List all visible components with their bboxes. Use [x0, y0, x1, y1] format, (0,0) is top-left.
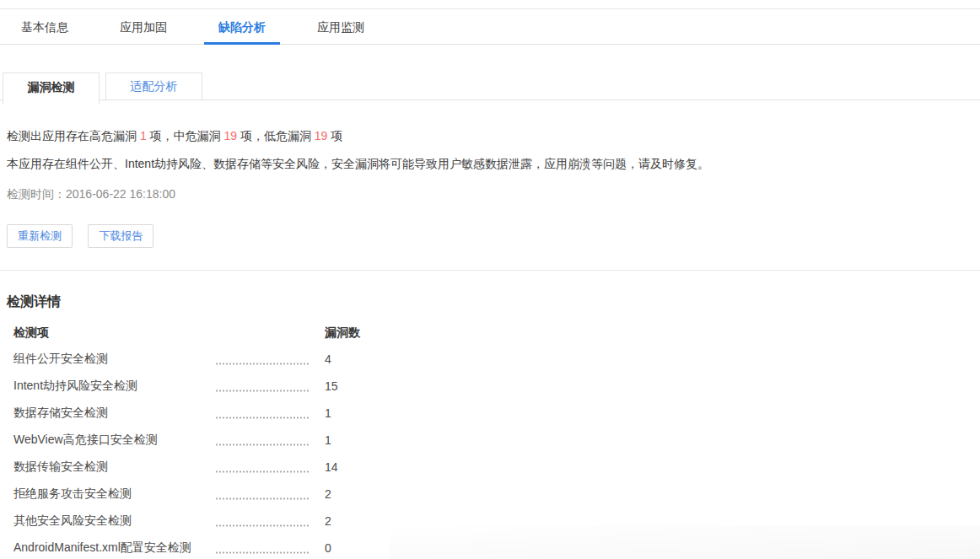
- table-row: Intent劫持风险安全检测 15: [7, 373, 980, 400]
- detection-item-name: Intent劫持风险安全检测: [13, 379, 215, 394]
- dotted-leader: [215, 551, 310, 554]
- column-header-item: 检测项: [13, 325, 325, 341]
- tab-app-monitoring[interactable]: 应用监测: [317, 9, 364, 44]
- table-row: 数据存储安全检测 1: [7, 400, 980, 427]
- subtab-vulnerability-detection[interactable]: 漏洞检测: [3, 73, 100, 105]
- medium-risk-count: 19: [223, 129, 237, 142]
- summary-counts-line: 检测出应用存在高危漏洞 1 项，中危漏洞 19 项，低危漏洞 19 项: [7, 128, 980, 143]
- action-button-row: 重新检测 下载报告: [0, 224, 980, 248]
- vulnerability-count: 2: [325, 514, 331, 528]
- recheck-button[interactable]: 重新检测: [7, 224, 73, 248]
- table-row: 数据传输安全检测 14: [7, 454, 980, 481]
- table-row: 组件公开安全检测 4: [7, 346, 980, 373]
- vulnerability-count: 15: [325, 379, 338, 393]
- summary-text: 检测出应用存在高危漏洞: [7, 129, 140, 142]
- dotted-leader: [215, 470, 310, 473]
- sub-tab-bar: 漏洞检测 适配分析: [0, 73, 980, 105]
- detection-item-name: 其他安全风险安全检测: [13, 513, 215, 529]
- vulnerability-count: 0: [325, 541, 331, 555]
- vulnerability-count: 1: [325, 433, 331, 447]
- table-row: WebView高危接口安全检测 1: [7, 427, 980, 454]
- summary-text: 项: [327, 129, 342, 142]
- table-header-row: 检测项 漏洞数: [7, 325, 980, 341]
- detection-time-label: 检测时间：: [7, 187, 66, 201]
- details-section-title: 检测详情: [7, 271, 980, 311]
- vulnerability-count: 14: [325, 460, 338, 474]
- detection-item-name: WebView高危接口安全检测: [13, 433, 215, 448]
- detection-item-name: 数据存储安全检测: [13, 406, 215, 421]
- low-risk-count: 19: [315, 129, 328, 142]
- risk-description: 本应用存在组件公开、Intent劫持风险、数据存储等安全风险，安全漏洞将可能导致…: [7, 156, 980, 171]
- high-risk-count: 1: [140, 129, 147, 142]
- detection-item-name: 组件公开安全检测: [13, 352, 215, 367]
- table-row: AndroidManifest.xml配置安全检测 0: [7, 535, 980, 559]
- detection-table: 检测项 漏洞数 组件公开安全检测 4 Intent劫持风险安全检测 15 数据存…: [7, 325, 980, 559]
- dotted-leader: [215, 390, 310, 392]
- top-tab-bar: 基本信息 应用加固 缺陷分析 应用监测: [0, 8, 980, 45]
- detection-details-section: 检测详情 检测项 漏洞数 组件公开安全检测 4 Intent劫持风险安全检测 1…: [0, 271, 980, 559]
- dotted-leader: [215, 497, 310, 500]
- vulnerability-count: 2: [325, 487, 331, 501]
- dotted-leader: [215, 524, 310, 527]
- dotted-leader: [215, 417, 310, 419]
- table-row: 拒绝服务攻击安全检测 2: [7, 481, 980, 508]
- tab-basic-info[interactable]: 基本信息: [21, 9, 68, 44]
- summary-text: 项，低危漏洞: [237, 129, 315, 142]
- summary-text: 项，中危漏洞: [147, 129, 224, 142]
- detection-item-name: AndroidManifest.xml配置安全检测: [13, 540, 215, 556]
- detection-item-name: 拒绝服务攻击安全检测: [13, 486, 215, 502]
- detection-time-value: 2016-06-22 16:18:00: [66, 187, 175, 201]
- table-row: 其他安全风险安全检测 2: [7, 508, 980, 535]
- dotted-leader: [215, 363, 310, 365]
- tab-defect-analysis[interactable]: 缺陷分析: [218, 9, 266, 44]
- subtab-compatibility-analysis[interactable]: 适配分析: [105, 73, 202, 100]
- vulnerability-count: 1: [325, 406, 331, 420]
- vulnerability-summary: 检测出应用存在高危漏洞 1 项，中危漏洞 19 项，低危漏洞 19 项 本应用存…: [0, 128, 980, 202]
- detection-time-row: 检测时间：2016-06-22 16:18:00: [7, 186, 980, 202]
- detection-item-name: 数据传输安全检测: [13, 460, 215, 475]
- column-header-count: 漏洞数: [325, 325, 360, 341]
- tab-app-hardening[interactable]: 应用加固: [120, 9, 167, 44]
- dotted-leader: [215, 443, 310, 446]
- vulnerability-count: 4: [325, 352, 331, 366]
- download-report-button[interactable]: 下载报告: [88, 224, 153, 248]
